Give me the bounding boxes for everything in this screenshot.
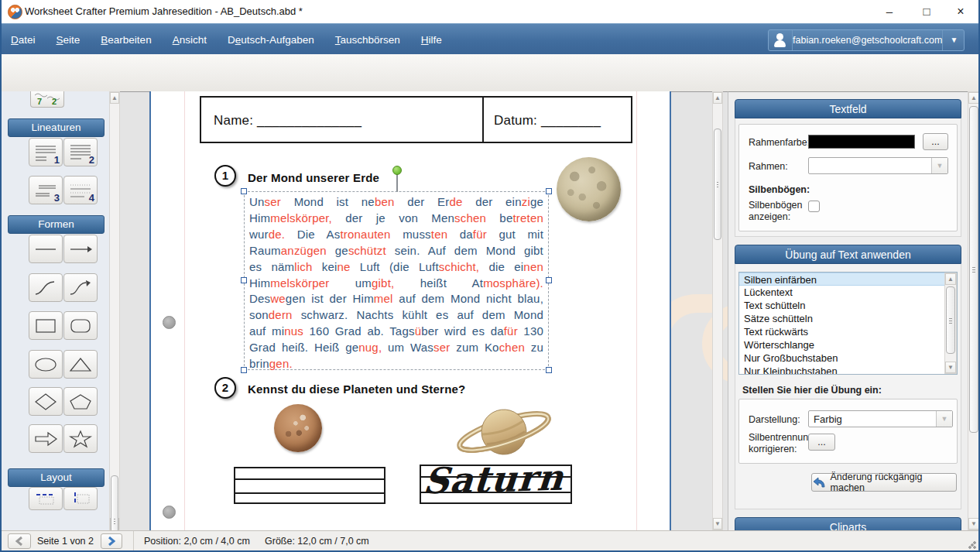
- mars-image[interactable]: [274, 404, 322, 452]
- exercise-list-item[interactable]: Nur Großbuchstaben: [739, 351, 944, 365]
- silbenboegen-header: Silbenbögen:: [749, 184, 810, 195]
- scroll-up-icon[interactable]: ▲: [968, 92, 979, 104]
- green-pin-icon[interactable]: [392, 166, 402, 175]
- exercise-list-item[interactable]: Text rückwärts: [739, 325, 944, 338]
- resize-grip[interactable]: [968, 541, 976, 549]
- shape-curve-button[interactable]: [29, 273, 63, 302]
- rahmen-label: Rahmen:: [749, 161, 788, 172]
- name-datum-table[interactable]: Name: ______________ Datum: ________: [200, 96, 632, 143]
- account-chevron-down-icon[interactable]: ▼: [942, 30, 965, 50]
- undo-change-button[interactable]: Änderung rückgängig machen: [811, 473, 957, 492]
- frame-color-more-button[interactable]: ...: [923, 133, 948, 150]
- shape-star-button[interactable]: [63, 424, 98, 453]
- text-line: bringen.: [249, 356, 543, 372]
- maximize-button[interactable]: □: [915, 0, 938, 22]
- lineatur-3-button[interactable]: 3: [29, 176, 63, 204]
- lineatur-4-button[interactable]: 4: [63, 176, 98, 204]
- shape-pentagon-button[interactable]: [63, 387, 98, 416]
- account-widget[interactable]: fabian.roeken@getschoolcraft.com ▼: [768, 29, 965, 51]
- silbenboegen-checkbox[interactable]: [808, 201, 820, 212]
- scroll-down-icon[interactable]: ▼: [968, 518, 979, 530]
- minimize-button[interactable]: –: [878, 0, 901, 22]
- listbox-scrollbar[interactable]: ▲ ▼: [944, 273, 957, 374]
- canvas-scroll-thumb[interactable]: [714, 129, 721, 240]
- darstellung-chevron-down-icon[interactable]: ▼: [936, 411, 952, 427]
- task2-title[interactable]: Kennst du diese Planeten und Sterne?: [248, 382, 465, 396]
- lineatur-1-button[interactable]: 1: [29, 138, 63, 166]
- exercise-list-item[interactable]: Nur Kleinbuchstaben: [739, 365, 944, 375]
- resize-handle-se[interactable]: [546, 367, 552, 373]
- canvas-scrollbar[interactable]: ▲ ▼: [712, 91, 723, 530]
- close-button[interactable]: ×: [949, 0, 972, 22]
- chevron-right-icon: [108, 537, 115, 546]
- previous-page-button[interactable]: [8, 533, 31, 549]
- resize-handle-w[interactable]: [241, 277, 247, 283]
- menu-item-datei[interactable]: Datei: [11, 34, 36, 46]
- moon-image[interactable]: [557, 157, 621, 221]
- resize-handle-nw[interactable]: [241, 188, 247, 194]
- exercise-list-item[interactable]: Wörterschlange: [739, 338, 944, 351]
- menu-item-hilfe[interactable]: Hilfe: [421, 34, 442, 46]
- rectangle-icon: [33, 317, 59, 335]
- shape-diamond-button[interactable]: [29, 387, 63, 416]
- shape-triangle-button[interactable]: [63, 350, 98, 379]
- block-arrow-icon: [33, 430, 59, 448]
- task2-number-badge[interactable]: 2: [214, 377, 236, 399]
- size-indicator: Größe: 12,0 cm / 7,0 cm: [265, 536, 369, 547]
- rahmen-combo[interactable]: ▼: [808, 157, 948, 174]
- rahmen-chevron-down-icon[interactable]: ▼: [931, 158, 947, 173]
- task1-number-badge[interactable]: 1: [214, 165, 236, 187]
- shape-ellipse-button[interactable]: [29, 350, 63, 379]
- shape-rounded-rectangle-button[interactable]: [63, 311, 98, 340]
- panel-scroll-thumb[interactable]: [969, 106, 978, 433]
- cloze-math-tool-button[interactable]: 72: [30, 91, 64, 108]
- task1-title[interactable]: Der Mond unserer Erde: [248, 171, 379, 184]
- panel-scrollbar[interactable]: ▲ ▼: [968, 91, 980, 530]
- resize-handle-sw[interactable]: [241, 367, 247, 373]
- scroll-down-icon[interactable]: ▼: [713, 518, 722, 530]
- scroll-down-icon[interactable]: ▼: [945, 362, 956, 373]
- menu-item-bearbeiten[interactable]: Bearbeiten: [101, 34, 151, 46]
- exercise-listbox[interactable]: Silben einfärbenLückentextText schütteln…: [738, 272, 958, 375]
- frame-color-swatch[interactable]: [808, 135, 915, 149]
- shape-rectangle-button[interactable]: [29, 311, 63, 340]
- lineatur-2-button[interactable]: 2: [63, 138, 98, 166]
- exercise-list-item[interactable]: Lückentext: [739, 286, 944, 299]
- next-page-button[interactable]: [101, 533, 122, 549]
- menu-item-seite[interactable]: Seite: [57, 34, 81, 46]
- listbox-scroll-thumb[interactable]: [946, 286, 955, 354]
- menu-item-deutsch-aufgaben[interactable]: Deutsch-Aufgaben: [228, 34, 314, 46]
- shape-block-arrow-button[interactable]: [29, 424, 63, 453]
- layout-vertical-button[interactable]: [63, 487, 98, 510]
- menu-items: DateiSeiteBearbeitenAnsichtDeutsch-Aufga…: [11, 24, 442, 55]
- shape-line-button[interactable]: [29, 235, 63, 263]
- scroll-up-icon[interactable]: ▲: [945, 273, 956, 285]
- page-handle-dot[interactable]: [163, 316, 176, 329]
- writing-lines-empty[interactable]: [234, 467, 385, 504]
- darstellung-combo[interactable]: Farbig ▼: [808, 410, 953, 427]
- resize-handle-e[interactable]: [546, 277, 552, 283]
- silbentrennung-more-button[interactable]: ...: [808, 434, 835, 451]
- page-handle-dot[interactable]: [163, 506, 176, 519]
- shape-arrow-button[interactable]: [63, 235, 98, 263]
- resize-handle-ne[interactable]: [546, 188, 552, 194]
- exercise-list-item[interactable]: Silben einfärben: [739, 273, 944, 286]
- rounded-rectangle-icon: [67, 317, 94, 335]
- menu-item-tauschbörsen[interactable]: Tauschbörsen: [335, 34, 400, 46]
- layout-vertical-icon: [67, 491, 94, 506]
- exercise-list-item[interactable]: Sätze schütteln: [739, 312, 944, 325]
- scroll-up-icon[interactable]: ▲: [713, 92, 722, 104]
- shape-curve-arrow-button[interactable]: [63, 273, 98, 302]
- chevron-left-icon: [15, 537, 23, 546]
- text-line: Grad heiß. Heiß genug, um Wasser zum Koc…: [249, 340, 543, 356]
- menu-item-ansicht[interactable]: Ansicht: [173, 34, 207, 46]
- margin-guide: [636, 91, 637, 530]
- syllable-text[interactable]: Unser Mond ist neben der Erde der einzig…: [249, 194, 543, 372]
- scroll-up-icon[interactable]: ▲: [110, 92, 119, 104]
- undo-arrow-icon: [812, 477, 826, 488]
- text-line: auf minus 160 Grad ab. Tagsüber wird es …: [249, 324, 543, 340]
- silbentrennung-label: Silbentrennung korrigieren:: [749, 432, 809, 455]
- exercise-list-item[interactable]: Text schütteln: [739, 299, 944, 312]
- layout-horizontal-button[interactable]: [29, 487, 63, 510]
- sidebar-scrollbar[interactable]: ▲ ▼: [109, 91, 120, 530]
